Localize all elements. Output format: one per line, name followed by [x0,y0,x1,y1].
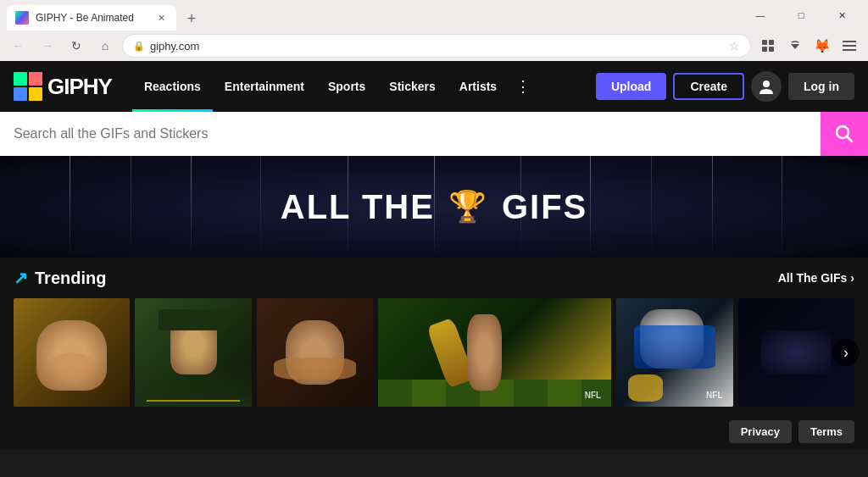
nav-actions: Upload Create Log in [596,71,854,102]
svg-point-7 [763,80,770,87]
giphy-navbar: GIPHY Reactions Entertainment Sports Sti… [0,61,868,112]
lock-icon: 🔒 [133,41,145,52]
new-tab-button[interactable]: + [180,7,203,31]
giphy-nav-links: Reactions Entertainment Sports Stickers … [132,61,596,112]
user-avatar-icon[interactable] [751,71,782,102]
gif-item-2[interactable] [135,298,251,407]
nav-link-artists[interactable]: Artists [448,61,509,112]
svg-rect-1 [769,40,774,45]
logo-icon [14,72,42,101]
gif-next-button[interactable]: › [832,339,860,366]
maximize-button[interactable]: □ [782,3,821,28]
svg-rect-2 [762,47,767,52]
hero-text-part1: ALL THE [281,188,435,226]
hero-text: ALL THE 🏆 GIFS [281,188,588,226]
hero-text-part2: GIFS [502,188,587,226]
reload-button[interactable]: ↻ [64,34,88,58]
giphy-website: GIPHY Reactions Entertainment Sports Sti… [0,61,868,450]
browser-addressbar: ← → ↻ ⌂ 🔒 giphy.com ☆ 🦊 [0,31,868,61]
trending-header: ↗ Trending All The GIFs › [14,268,854,288]
chrome-menu-button[interactable] [837,34,861,58]
footer: Privacy Terms [0,413,868,450]
tab-title: GIPHY - Be Animated [36,12,147,24]
all-gifs-chevron-icon: › [850,271,854,285]
trending-title: ↗ Trending [14,268,106,288]
gif-grid: NFL NFL › [14,298,854,407]
home-button[interactable]: ⌂ [93,34,117,58]
hero-banner: ALL THE 🏆 GIFS [0,156,868,258]
bookmark-icon[interactable]: ☆ [729,39,740,53]
svg-rect-3 [769,47,774,52]
browser-tabs: GIPHY - Be Animated ✕ + [7,0,203,31]
terms-link[interactable]: Terms [798,420,854,443]
gif-item-1[interactable] [14,298,130,407]
extension-icon-emoji[interactable]: 🦊 [810,34,834,58]
gif-placeholder-3 [257,298,373,407]
gif-placeholder-4: NFL [378,298,611,407]
browser-extensions: 🦊 [756,34,861,58]
upload-button[interactable]: Upload [596,73,666,100]
create-button[interactable]: Create [673,73,744,100]
browser-tab-active[interactable]: GIPHY - Be Animated ✕ [7,5,176,31]
gif-placeholder-2 [135,298,251,407]
nav-link-entertainment[interactable]: Entertainment [213,61,316,112]
minimize-button[interactable]: — [741,3,780,28]
giphy-logo[interactable]: GIPHY [14,72,112,101]
forward-button[interactable]: → [36,34,59,58]
trending-section: ↗ Trending All The GIFs › [0,258,868,413]
privacy-link[interactable]: Privacy [729,420,792,443]
gif-item-4[interactable]: NFL [378,298,611,407]
nav-link-sports[interactable]: Sports [316,61,377,112]
extension-icon-2[interactable] [783,34,807,58]
search-button[interactable] [821,112,868,156]
window-controls: — □ ✕ [741,3,861,28]
search-bar [0,112,868,156]
trending-label: Trending [35,269,106,288]
extension-icon-1[interactable] [756,34,780,58]
gif-placeholder-1 [14,298,130,407]
logo-text: GIPHY [47,74,112,100]
all-gifs-label: All The GIFs [778,271,848,285]
gif-item-3[interactable] [257,298,373,407]
hero-trophy-icon: 🏆 [448,189,488,225]
login-button[interactable]: Log in [788,73,854,100]
tab-close-button[interactable]: ✕ [154,11,168,25]
address-bar[interactable]: 🔒 giphy.com ☆ [122,34,751,58]
browser-titlebar: GIPHY - Be Animated ✕ + — □ ✕ [0,0,868,31]
nav-link-stickers[interactable]: Stickers [377,61,447,112]
gif-placeholder-5: NFL [616,298,732,407]
nav-more-icon[interactable]: ⋮ [509,77,537,96]
svg-line-9 [847,136,852,141]
all-gifs-link[interactable]: All The GIFs › [778,271,854,285]
search-icon [835,125,854,143]
browser-frame: GIPHY - Be Animated ✕ + — □ ✕ ← → ↻ ⌂ 🔒 … [0,0,868,61]
address-text: giphy.com [150,40,724,53]
search-input[interactable] [0,112,821,156]
back-button[interactable]: ← [7,34,31,58]
svg-rect-0 [762,40,767,45]
trending-arrow-icon: ↗ [14,268,28,288]
nav-link-reactions[interactable]: Reactions [132,61,213,112]
close-button[interactable]: ✕ [822,3,861,28]
gif-item-5[interactable]: NFL [616,298,732,407]
tab-favicon [15,11,29,25]
